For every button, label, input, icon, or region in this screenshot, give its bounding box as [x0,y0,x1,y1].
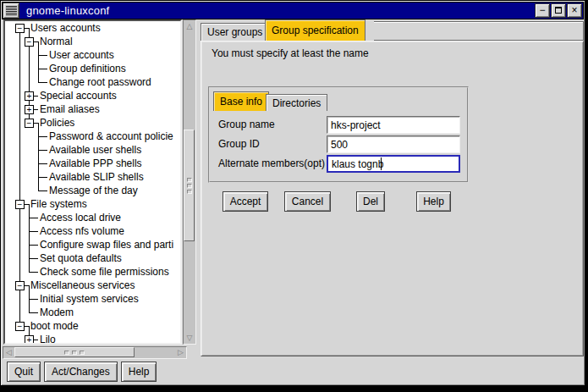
tree-item[interactable]: Access local drive [40,211,121,224]
tree-item[interactable]: Set quota defaults [40,251,122,265]
tree-expand-icon[interactable]: + [25,105,34,114]
group-specification-page: You must specify at least the name Base … [201,41,584,356]
form-hint-text: You must specify at least the name [212,47,369,59]
tab-base-info[interactable]: Base info [213,91,269,111]
maximize-button[interactable] [551,3,566,18]
tree-item[interactable]: Modem [40,306,74,319]
thumb-grip [187,178,192,182]
tree-item[interactable]: Miscellaneous services [30,279,135,292]
window-title: gnome-linuxconf [26,4,109,17]
tree-item[interactable]: Available user shells [49,143,141,157]
tree-item[interactable]: Available SLIP shells [49,170,144,184]
scroll-left-icon[interactable]: ◁ [4,347,14,357]
tree-item[interactable]: Configure swap files and parti [40,238,173,251]
tree-item[interactable]: Available PPP shells [49,157,142,170]
tree-item[interactable]: Lilo [40,333,56,343]
tree-item[interactable]: Password & account policie [49,130,173,143]
tree-collapse-icon[interactable]: − [15,24,25,33]
tree-collapse-icon[interactable]: − [25,119,34,128]
scroll-right-icon[interactable]: ▷ [176,347,185,357]
thumb-grip [64,351,69,355]
tree-view: −Users accounts−NormalUser accountsGroup… [5,21,180,343]
minimize-button[interactable]: − [535,3,550,18]
accept-button[interactable]: Accept [223,191,268,212]
tree-item[interactable]: Email aliases [40,102,100,116]
tree-collapse-icon[interactable]: − [15,281,25,290]
horizontal-scrollbar[interactable]: ◁ ▷ [3,346,187,359]
tree-collapse-icon[interactable]: − [25,37,34,47]
close-icon: × [571,4,577,16]
maximize-icon [555,7,562,14]
tree-item[interactable]: Access nfs volume [40,224,124,238]
minimize-icon: − [539,4,545,16]
help-button[interactable]: Help [416,191,451,212]
app-window: gnome-linuxconf − × −Users accounts−Norm… [0,0,585,386]
group-definition-frame: Base info Directories Group name Group I… [208,86,469,183]
tree-expand-icon[interactable]: + [25,91,34,101]
config-tree-panel: −Users accounts−NormalUser accountsGroup… [3,19,182,345]
tree-item[interactable]: boot mode [30,319,79,333]
text-cursor [381,157,382,170]
alternate-members-label: Alternate members(opt) [218,155,325,173]
tree-collapse-icon[interactable]: − [15,322,25,331]
tree-collapse-icon[interactable]: − [15,200,25,209]
window-menu-button[interactable] [3,3,19,19]
quit-button[interactable]: Quit [7,362,41,382]
thumb-grip [187,184,192,188]
del-button[interactable]: Del [356,191,385,212]
tree-item[interactable]: Check some file permissions [40,265,169,279]
thumb-grip [80,351,85,355]
group-id-input[interactable] [327,135,460,153]
tree-expand-icon[interactable]: + [25,335,34,343]
help-button-sidebar[interactable]: Help [121,362,157,382]
tree-item[interactable]: Users accounts [30,21,101,35]
group-name-label: Group name [218,116,275,134]
tree-item[interactable]: Group definitions [49,62,126,75]
client-area: −Users accounts−NormalUser accountsGroup… [2,19,584,384]
tree-item[interactable]: File systems [30,197,87,211]
alternate-members-input[interactable] [327,155,460,173]
tree-item[interactable]: Normal [40,35,73,48]
tab-directories[interactable]: Directories [266,94,327,111]
vertical-scrollbar[interactable]: △ ▽ [183,19,196,345]
tab-user-groups[interactable]: User groups [201,23,269,41]
window-menu-icon [6,6,17,15]
scroll-up-icon[interactable]: △ [184,21,195,31]
tree-item[interactable]: Special accounts [40,89,117,102]
tree-item[interactable]: Change root password [49,75,151,89]
tree-item[interactable]: Initial system services [40,292,139,306]
thumb-grip [72,351,77,355]
group-name-input[interactable] [327,116,460,134]
horizontal-scrollbar-thumb[interactable] [14,347,135,357]
tree-item[interactable]: Message of the day [49,184,138,197]
tab-strip-filler [374,21,584,41]
tree-item[interactable]: User accounts [49,48,114,62]
group-id-label: Group ID [218,135,260,153]
close-button[interactable]: × [567,3,582,18]
thumb-grip [187,190,192,194]
tree-item[interactable]: Policies [40,116,74,130]
act-changes-button[interactable]: Act/Changes [44,362,118,382]
titlebar: gnome-linuxconf − × [2,2,584,19]
cancel-button[interactable]: Cancel [284,191,331,212]
tab-group-specification[interactable]: Group specification [265,19,365,41]
vertical-scrollbar-thumb[interactable] [184,130,195,241]
scroll-down-icon[interactable]: ▽ [184,333,195,343]
